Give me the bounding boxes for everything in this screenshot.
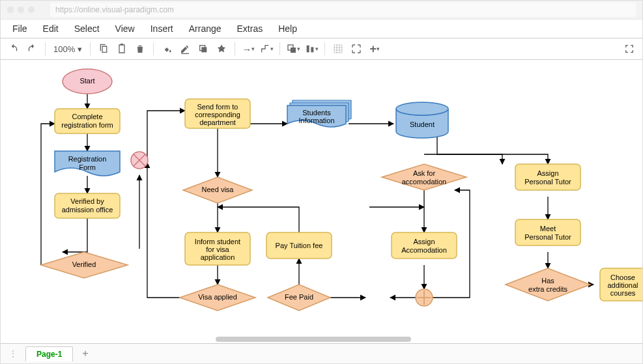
- svg-rect-2: [202, 47, 207, 52]
- copy-button[interactable]: [96, 41, 111, 57]
- shadow-button[interactable]: [195, 41, 211, 57]
- student-db-label: Student: [410, 120, 435, 128]
- drag-handle-icon[interactable]: ⋮: [5, 348, 21, 359]
- node-choose-courses[interactable]: Choose additional courses: [600, 268, 642, 301]
- address-bar[interactable]: https://online.visual-paradigm.com: [50, 3, 636, 17]
- canvas[interactable]: Start Complete registration form Registr…: [1, 60, 642, 343]
- separator: [235, 42, 235, 55]
- separator: [324, 42, 325, 55]
- close-dot-icon[interactable]: [7, 7, 14, 13]
- menu-file[interactable]: File: [6, 21, 34, 36]
- undo-button[interactable]: [6, 41, 21, 57]
- svg-text:Assign: Assign: [537, 169, 558, 177]
- node-ask-accom[interactable]: Ask for accomodation: [382, 164, 466, 190]
- max-dot-icon[interactable]: [28, 7, 35, 13]
- svg-text:courses: courses: [610, 289, 636, 297]
- page-tab[interactable]: Page-1: [25, 346, 73, 361]
- fullscreen-button[interactable]: [622, 41, 637, 57]
- svg-text:extra credits: extra credits: [528, 285, 567, 293]
- node-send-form[interactable]: Send form to corresponding department: [185, 99, 250, 128]
- fit-button[interactable]: [349, 41, 364, 57]
- titlebar: https://online.visual-paradigm.com: [1, 1, 642, 20]
- zoom-select[interactable]: 100%▾: [51, 44, 85, 54]
- window-controls: [7, 7, 35, 13]
- svg-text:application: application: [201, 253, 235, 261]
- node-assign-accom[interactable]: Assign Accomodation: [392, 232, 457, 259]
- node-visa-applied[interactable]: Visa applied: [180, 285, 255, 311]
- svg-text:Information: Information: [298, 117, 334, 124]
- node-verified-q[interactable]: Verified: [41, 252, 128, 278]
- svg-point-23: [396, 102, 448, 115]
- pay-tuition-label: Pay Tuition fee: [276, 242, 323, 249]
- node-assign-tutor[interactable]: Assign Personal Tutor: [515, 164, 580, 190]
- svg-text:Inform student: Inform student: [195, 238, 240, 245]
- to-front-button[interactable]: ▾: [285, 41, 301, 57]
- menu-view[interactable]: View: [109, 21, 141, 36]
- menu-arrange[interactable]: Arrange: [182, 21, 228, 36]
- svg-text:Has: Has: [541, 277, 554, 285]
- menu-help[interactable]: Help: [272, 21, 304, 36]
- min-dot-icon[interactable]: [18, 7, 24, 13]
- node-start[interactable]: Start: [63, 69, 112, 94]
- node-merge-gate[interactable]: [416, 289, 433, 306]
- svg-text:additional: additional: [607, 281, 638, 289]
- svg-text:corresponding: corresponding: [195, 111, 240, 119]
- redo-button[interactable]: [24, 41, 40, 57]
- fee-paid-label: Fee Paid: [285, 293, 313, 301]
- node-complete-form[interactable]: Complete registration form: [55, 109, 120, 133]
- menu-extras[interactable]: Extras: [231, 21, 270, 36]
- menu-edit[interactable]: Edit: [36, 21, 65, 36]
- svg-text:Ask for: Ask for: [413, 169, 436, 177]
- align-button[interactable]: ▾: [304, 41, 319, 57]
- verified-q-label: Verified: [72, 260, 96, 268]
- separator: [279, 42, 280, 55]
- svg-rect-4: [291, 48, 296, 53]
- visa-applied-label: Visa applied: [198, 293, 237, 301]
- flowchart-svg: Start Complete registration form Registr…: [1, 60, 642, 343]
- separator: [90, 42, 91, 55]
- node-has-credits[interactable]: Has extra credits: [506, 268, 590, 301]
- horizontal-scrollbar[interactable]: [216, 337, 411, 342]
- separator: [153, 42, 154, 55]
- node-verified-by[interactable]: Verified by admission office: [55, 193, 120, 218]
- insert-button[interactable]: +▾: [367, 41, 382, 57]
- svg-text:Personal Tutor: Personal Tutor: [524, 233, 571, 241]
- footer: ⋮ Page-1 +: [1, 343, 642, 363]
- svg-text:admission office: admission office: [62, 206, 113, 214]
- connection-button[interactable]: →▾: [240, 41, 256, 57]
- node-need-visa[interactable]: Need visa: [183, 177, 252, 203]
- grid-button[interactable]: [330, 41, 346, 57]
- svg-text:Meet: Meet: [540, 225, 556, 232]
- node-students-info[interactable]: Students Information: [287, 100, 351, 127]
- menu-insert[interactable]: Insert: [144, 21, 180, 36]
- node-inform-student[interactable]: Inform student for visa application: [185, 232, 250, 265]
- delete-button[interactable]: [132, 41, 148, 57]
- node-meet-tutor[interactable]: Meet Personal Tutor: [515, 219, 580, 245]
- svg-text:Personal Tutor: Personal Tutor: [524, 178, 571, 186]
- style-button[interactable]: [214, 41, 229, 57]
- toolbar: 100%▾ →▾ ▾ ▾ ▾ +▾: [1, 38, 642, 60]
- waypoint-button[interactable]: ▾: [259, 41, 274, 57]
- zoom-label: 100%: [53, 44, 75, 54]
- need-visa-label: Need visa: [202, 186, 235, 193]
- menu-bar: File Edit Select View Insert Arrange Ext…: [1, 20, 642, 38]
- node-student-db[interactable]: Student: [396, 102, 448, 138]
- fill-color-button[interactable]: [159, 41, 175, 57]
- svg-rect-5: [306, 46, 309, 53]
- node-xor-gate[interactable]: [131, 152, 148, 169]
- node-registration-form[interactable]: Registration Form: [55, 151, 120, 176]
- svg-text:Form: Form: [79, 163, 96, 171]
- svg-text:Verified by: Verified by: [70, 197, 104, 205]
- menu-select[interactable]: Select: [68, 21, 106, 36]
- svg-text:Accomodation: Accomodation: [401, 246, 447, 254]
- add-page-button[interactable]: +: [77, 348, 93, 359]
- separator: [45, 42, 46, 55]
- node-pay-tuition[interactable]: Pay Tuition fee: [266, 232, 332, 259]
- node-fee-paid[interactable]: Fee Paid: [268, 285, 330, 311]
- svg-rect-6: [311, 47, 313, 52]
- paste-button[interactable]: [114, 41, 130, 57]
- line-color-button[interactable]: [177, 41, 193, 57]
- svg-text:department: department: [199, 119, 236, 126]
- svg-text:Complete: Complete: [72, 113, 102, 120]
- svg-text:Students: Students: [302, 109, 331, 117]
